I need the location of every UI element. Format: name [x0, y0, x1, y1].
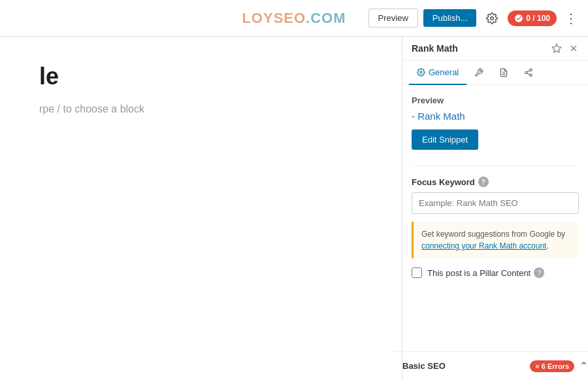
- basic-seo-row[interactable]: Basic SEO × 6 Errors ⌃: [393, 351, 588, 380]
- svg-point-7: [530, 69, 532, 71]
- basic-seo-label: Basic SEO: [402, 361, 446, 371]
- pillar-row: This post is a Pillar Content ?: [412, 268, 579, 278]
- tab-document[interactable]: [491, 61, 516, 85]
- pillar-label: This post is a Pillar Content ?: [427, 268, 544, 278]
- chevron-up-icon: ⌃: [580, 360, 588, 372]
- focus-keyword-label: Focus Keyword ?: [412, 177, 579, 187]
- editor-placeholder: rpe / to choose a block: [39, 103, 363, 115]
- score-button[interactable]: 0 / 100: [508, 10, 557, 26]
- sidebar-content: Preview - Rank Math Edit Snippet Focus K…: [402, 85, 588, 351]
- divider: [412, 165, 579, 166]
- publish-button[interactable]: Publish...: [423, 9, 476, 27]
- basic-seo-right: × 6 Errors ⌃: [530, 360, 588, 372]
- suggestion-link[interactable]: connecting your Rank Math account: [421, 241, 546, 250]
- topbar: LOYSEO.COM Preview Publish... 0 / 100 ⋮: [0, 0, 588, 37]
- sidebar-tabs: General: [402, 61, 588, 85]
- tab-general[interactable]: General: [409, 61, 466, 85]
- sidebar-header: Rank Math: [402, 37, 588, 61]
- preview-section: Preview - Rank Math Edit Snippet: [412, 95, 579, 163]
- svg-point-4: [420, 71, 422, 73]
- preview-button[interactable]: Preview: [368, 9, 418, 27]
- tab-share[interactable]: [516, 61, 541, 85]
- tab-general-label: General: [429, 67, 459, 77]
- tab-wrench[interactable]: [466, 61, 491, 85]
- svg-point-9: [530, 74, 532, 77]
- preview-title: - Rank Math: [412, 111, 579, 122]
- sidebar-header-icons: [551, 43, 579, 54]
- star-icon[interactable]: [551, 43, 562, 54]
- svg-point-8: [525, 71, 528, 74]
- focus-keyword-help-icon[interactable]: ?: [478, 177, 489, 187]
- editor-title[interactable]: le: [39, 63, 363, 90]
- preview-label: Preview: [412, 95, 579, 105]
- logo: LOYSEO.COM: [242, 10, 346, 27]
- topbar-actions: Preview Publish... 0 / 100 ⋮: [368, 8, 580, 29]
- errors-badge: × 6 Errors: [530, 360, 574, 372]
- edit-snippet-button[interactable]: Edit Snippet: [412, 130, 478, 150]
- focus-keyword-input[interactable]: [412, 192, 579, 214]
- rank-math-sidebar: Rank Math General: [402, 37, 588, 380]
- sidebar-title: Rank Math: [412, 43, 458, 54]
- suggestion-box: Get keyword suggestions from Google by c…: [412, 222, 579, 258]
- settings-icon[interactable]: [482, 8, 502, 29]
- svg-line-10: [527, 73, 530, 74]
- svg-line-11: [527, 70, 530, 71]
- more-options-icon[interactable]: ⋮: [562, 9, 580, 27]
- close-icon[interactable]: [568, 43, 579, 54]
- pillar-checkbox[interactable]: [412, 268, 422, 278]
- svg-marker-1: [552, 44, 561, 52]
- editor-area: le rpe / to choose a block: [0, 37, 402, 380]
- pillar-help-icon[interactable]: ?: [534, 268, 544, 278]
- svg-point-0: [491, 16, 494, 20]
